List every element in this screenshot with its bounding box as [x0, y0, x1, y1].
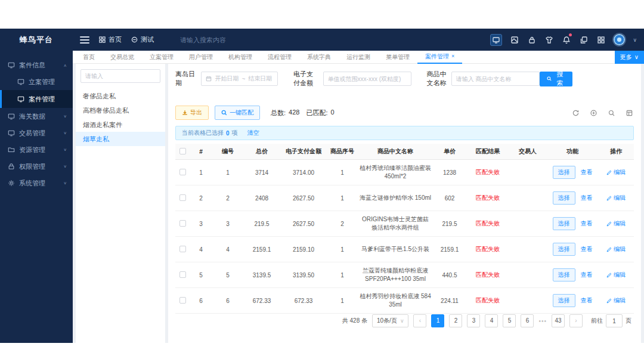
- page-button-4[interactable]: 4: [485, 314, 498, 327]
- pencil-icon: [606, 196, 612, 201]
- export-button[interactable]: 导出: [175, 106, 209, 120]
- sidebar-item-label: 海关数据: [19, 112, 45, 121]
- edit-link[interactable]: 编辑: [606, 245, 626, 253]
- tab-trade-overview[interactable]: 交易总览: [103, 51, 142, 64]
- hamburger-menu-icon[interactable]: [80, 36, 89, 44]
- fullscreen-icon[interactable]: [607, 109, 616, 117]
- goto-page-input[interactable]: [606, 314, 623, 327]
- category-search-input[interactable]: [80, 69, 160, 83]
- sidebar-item-resource-management[interactable]: 资源管理 ∨: [0, 141, 73, 158]
- sidebar-item-system-management[interactable]: 系统管理 ∨: [0, 175, 73, 191]
- sidebar-item-label: 系统管理: [19, 179, 45, 188]
- notification-bell-icon[interactable]: [562, 35, 571, 45]
- cell-trader: [509, 218, 546, 230]
- cell-seq: 1: [327, 240, 358, 259]
- row-checkbox[interactable]: [179, 246, 186, 252]
- close-icon[interactable]: ×: [451, 50, 454, 63]
- page-button-2[interactable]: 2: [449, 314, 462, 327]
- edit-link[interactable]: 编辑: [606, 168, 626, 177]
- sidebar-item-trade-management[interactable]: 交易管理 ∨: [0, 125, 73, 141]
- date-range-picker[interactable]: 开始日期 ~ 结束日期: [201, 72, 278, 86]
- edit-link[interactable]: 编辑: [606, 194, 626, 202]
- sidebar-item-permission-management[interactable]: 权限管理 ∨: [0, 158, 73, 175]
- category-item-tobacco-alcohol[interactable]: 烟酒走私案件: [76, 117, 165, 132]
- product-name-input[interactable]: [451, 72, 540, 86]
- row-checkbox[interactable]: [179, 194, 186, 201]
- tab-org-management[interactable]: 机构管理: [221, 51, 260, 64]
- page-button-6[interactable]: 6: [521, 314, 534, 327]
- density-icon[interactable]: [589, 109, 598, 117]
- row-checkbox[interactable]: [179, 169, 186, 175]
- row-checkbox[interactable]: [179, 297, 186, 304]
- search-button[interactable]: 搜索: [540, 72, 572, 86]
- category-item-highend-luxury[interactable]: 高档奢侈品走私: [76, 103, 165, 117]
- tab-process-management[interactable]: 流程管理: [260, 51, 299, 64]
- sidebar-item-filing-management[interactable]: 立案管理: [0, 73, 73, 90]
- column-settings-icon[interactable]: [625, 109, 634, 117]
- theme-shirt-icon[interactable]: [544, 35, 554, 45]
- payment-amount-input[interactable]: [323, 72, 411, 86]
- one-click-match-button[interactable]: 一键匹配: [215, 106, 260, 120]
- page-button-last[interactable]: 43: [552, 314, 565, 327]
- apps-grid-icon[interactable]: [596, 35, 606, 45]
- cell-index: 1: [190, 163, 212, 182]
- tab-case-management[interactable]: 案件管理 ×: [417, 51, 462, 64]
- next-page-button[interactable]: ›: [569, 314, 583, 327]
- nav-home-link[interactable]: 首页: [99, 35, 122, 44]
- cell-unit: 602: [433, 189, 466, 208]
- page-size-select[interactable]: 10条/页 ∨: [372, 314, 409, 327]
- edit-link[interactable]: 编辑: [606, 296, 626, 305]
- screen-monitor-icon[interactable]: [490, 34, 502, 46]
- global-search-input[interactable]: [180, 36, 270, 44]
- sidebar-item-case-management[interactable]: 案件管理: [0, 90, 73, 108]
- view-link[interactable]: 查看: [581, 296, 593, 305]
- more-tabs-button[interactable]: 更多 ∨: [615, 51, 644, 64]
- sidebar-item-case-info[interactable]: 案件信息 ∧: [0, 57, 73, 73]
- prev-page-button[interactable]: ‹: [413, 314, 426, 327]
- chevron-down-icon[interactable]: ∨: [633, 37, 637, 43]
- sidebar-item-customs-data[interactable]: 海关数据 ∨: [0, 108, 73, 125]
- select-button[interactable]: 选择: [553, 243, 575, 256]
- select-button[interactable]: 选择: [553, 268, 575, 281]
- clear-selection-link[interactable]: 清空: [247, 129, 259, 137]
- page-button-5[interactable]: 5: [503, 314, 516, 327]
- category-item-luxury[interactable]: 奢侈品走私: [76, 89, 165, 103]
- copy-docs-icon[interactable]: [579, 35, 589, 45]
- nav-test-link[interactable]: 测试: [131, 35, 154, 44]
- tab-system-dict[interactable]: 系统字典: [299, 51, 339, 64]
- sidebar-item-label: 案件信息: [19, 61, 45, 70]
- col-operation: 操作: [599, 144, 633, 159]
- cell-pay: 3139.50: [280, 266, 327, 284]
- user-avatar[interactable]: [614, 34, 625, 45]
- row-checkbox[interactable]: [179, 220, 186, 227]
- select-button[interactable]: 选择: [553, 191, 575, 205]
- page-button-3[interactable]: 3: [467, 314, 480, 327]
- tab-user-management[interactable]: 用户管理: [181, 51, 221, 64]
- select-button[interactable]: 选择: [553, 166, 575, 179]
- view-link[interactable]: 查看: [581, 194, 593, 202]
- tab-menu-management[interactable]: 菜单管理: [378, 51, 417, 64]
- tab-home[interactable]: 首页: [75, 51, 103, 64]
- sidebar-item-label: 资源管理: [19, 146, 45, 154]
- edit-link[interactable]: 编辑: [606, 219, 626, 228]
- view-link[interactable]: 查看: [581, 245, 593, 253]
- lock-icon[interactable]: [527, 35, 537, 45]
- download-icon: [182, 110, 188, 116]
- edit-link[interactable]: 编辑: [606, 271, 626, 279]
- chevron-down-icon: ∨: [63, 164, 67, 168]
- screenshot-icon[interactable]: [510, 35, 519, 45]
- select-all-checkbox[interactable]: [179, 148, 186, 154]
- select-button[interactable]: 选择: [553, 217, 575, 230]
- row-checkbox[interactable]: [179, 271, 186, 278]
- select-button[interactable]: 选择: [553, 294, 575, 307]
- tab-monitoring[interactable]: 运行监测: [339, 51, 378, 64]
- view-link[interactable]: 查看: [581, 219, 593, 228]
- view-link[interactable]: 查看: [581, 271, 593, 279]
- category-item-tobacco[interactable]: 烟草走私: [76, 132, 165, 146]
- pagination-ellipsis[interactable]: •••: [538, 318, 547, 324]
- tab-filing-management[interactable]: 立案管理: [142, 51, 181, 64]
- page-button-1[interactable]: 1: [431, 314, 444, 327]
- view-link[interactable]: 查看: [581, 168, 593, 177]
- pencil-icon: [606, 298, 612, 304]
- refresh-icon[interactable]: [571, 109, 580, 117]
